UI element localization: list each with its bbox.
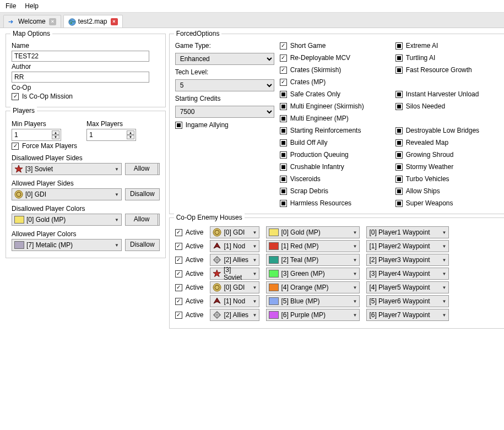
checkbox-icon [175,257,182,264]
faction-select[interactable]: [1] Nod▼ [210,240,259,252]
forced-option-checkbox[interactable]: Growing Shroud [395,151,500,159]
allowed-color-select[interactable]: [7] Metalic (MP) ▼ [12,239,122,251]
active-checkbox[interactable]: Active [175,256,204,264]
forced-option-checkbox[interactable]: Instant Harvester Unload [395,90,500,98]
forced-option-checkbox[interactable]: Super Weapons [395,199,500,207]
waypoint-select[interactable]: [5] Player6 Waypoint▼ [366,295,449,307]
faction-select[interactable]: [1] Nod▼ [210,295,259,307]
waypoint-select[interactable]: [3] Player4 Waypoint▼ [366,268,449,280]
faction-select[interactable]: [3] Soviet▼ [210,268,259,280]
forced-option-checkbox[interactable]: Visceroids [280,175,384,183]
menu-help[interactable]: Help [25,2,39,10]
forced-option-checkbox[interactable]: Re-Deployable MCV [280,54,384,62]
allow-button[interactable]: Allow [125,163,158,175]
waypoint-select[interactable]: [1] Player2 Waypoint▼ [366,240,449,252]
checkbox-icon [175,284,182,291]
color-select[interactable]: [0] Gold (MP)▼ [266,226,360,238]
chevron-down-icon: ▼ [353,271,358,276]
enemy-house-row: Active[1] Nod▼[5] Blue (MP)▼[5] Player6 … [175,295,500,307]
forced-option-checkbox[interactable]: Build Off Ally [280,139,384,146]
forced-option-checkbox[interactable]: Scrap Debris [280,187,384,195]
forced-option-checkbox[interactable]: Production Queuing [280,151,384,159]
forced-option-checkbox[interactable]: Harmless Resources [280,199,384,207]
checkbox-icon [280,188,287,195]
waypoint-select[interactable]: [0] Player1 Waypoint▼ [366,226,449,238]
active-checkbox[interactable]: Active [175,297,204,305]
group-forced-options: ForcedOptions Game Type: Enhanced Tech L… [169,34,504,214]
forced-option-checkbox[interactable]: Safe Crates Only [280,90,384,98]
disallow-button[interactable]: Disallow [125,188,160,200]
is-coop-checkbox[interactable]: Is Co-Op Mission [12,92,160,100]
disallowed-side-select[interactable]: [3] Soviet ▼ [12,163,122,175]
forced-option-checkbox[interactable]: Short Game [280,42,384,50]
active-checkbox[interactable]: Active [175,242,204,250]
gdi-icon [213,228,221,237]
forced-option-checkbox[interactable]: Multi Engineer (Skirmish) [280,102,384,110]
active-checkbox[interactable]: Active [175,228,204,236]
coop-label: Co-Op [12,84,160,91]
tab-welcome[interactable]: ➔ Welcome × [3,15,61,28]
color-select[interactable]: [4] Orange (MP)▼ [266,281,360,293]
close-icon[interactable]: × [49,18,56,25]
forced-option-checkbox[interactable]: Turbo Vehicles [395,175,500,183]
color-swatch [269,242,279,250]
waypoint-select[interactable]: [6] Player7 Waypoint▼ [366,309,449,321]
force-max-checkbox[interactable]: Force Max Players [12,142,160,150]
color-select[interactable]: [6] Purple (MP)▼ [266,309,360,321]
author-input[interactable] [12,72,149,83]
forced-option-checkbox[interactable]: Revealed Map [395,139,500,146]
ingame-allying-checkbox[interactable]: Ingame Allying [175,121,269,129]
forced-option-checkbox[interactable]: Stormy Weather [395,163,500,171]
checkbox-icon [175,243,182,250]
color-select[interactable]: [1] Red (MP)▼ [266,240,360,252]
spinner-buttons[interactable]: ▲▼ [127,130,134,139]
faction-select[interactable]: [2] Allies▼ [210,309,259,321]
tech-level-select[interactable]: 5 [175,79,274,91]
chevron-down-icon: ▼ [252,299,258,304]
forced-option-checkbox[interactable]: Fast Resource Growth [395,66,500,74]
allow-button[interactable]: Allow [125,214,158,226]
waypoint-select[interactable]: [4] Player5 Waypoint▼ [366,281,449,293]
forced-option-checkbox[interactable]: Silos Needed [395,102,500,110]
forced-option-checkbox[interactable]: Crushable Infantry [280,163,384,171]
forced-option-checkbox[interactable]: Turtling AI [395,54,500,62]
tab-map[interactable]: test2.map × [63,15,123,28]
disallow-button[interactable]: Disallow [125,239,160,251]
forced-option-checkbox[interactable]: Starting Reinforcements [280,127,384,134]
game-type-select[interactable]: Enhanced [175,53,274,65]
color-select[interactable]: [3] Green (MP)▼ [266,268,360,280]
chevron-down-icon: ▼ [442,230,447,235]
faction-select[interactable]: [0] GDI▼ [210,281,259,293]
waypoint-select[interactable]: [2] Player3 Waypoint▼ [366,254,449,266]
checkbox-icon [280,200,287,207]
checkbox-icon [395,164,403,171]
starting-credits-select[interactable]: 7500 [175,106,274,118]
group-legend: Players [10,107,37,115]
forced-option-checkbox[interactable]: Crates (MP) [280,78,384,86]
forced-option-checkbox[interactable]: Allow Ships [395,187,500,195]
forced-option-checkbox[interactable]: Destroyable Low Bridges [395,127,500,134]
faction-select[interactable]: [2] Allies▼ [210,254,259,266]
spinner-buttons[interactable]: ▲▼ [52,130,59,139]
color-select[interactable]: [2] Teal (MP)▼ [266,254,360,266]
faction-select[interactable]: [0] GDI▼ [210,226,259,238]
active-checkbox[interactable]: Active [175,270,204,277]
checkbox-icon [12,93,19,100]
forced-option-checkbox[interactable]: Crates (Skirmish) [280,66,384,74]
disallowed-color-select[interactable]: [0] Gold (MP) ▼ [12,214,122,226]
forced-option-checkbox[interactable]: Multi Engineer (MP) [280,115,384,122]
soviet-icon [14,165,23,173]
color-select[interactable]: [5] Blue (MP)▼ [266,295,360,307]
enemy-house-row: Active[2] Allies▼[2] Teal (MP)▼[2] Playe… [175,254,500,266]
active-checkbox[interactable]: Active [175,284,204,291]
menu-file[interactable]: File [6,2,16,10]
checkbox-icon [395,55,403,62]
allowed-side-select[interactable]: [0] GDI ▼ [12,188,122,200]
forced-option-checkbox[interactable]: Extreme AI [395,42,500,50]
close-icon[interactable]: × [111,18,118,25]
active-checkbox[interactable]: Active [175,311,204,319]
checkbox-icon [280,139,287,146]
name-input[interactable] [12,51,149,62]
min-players-spinner[interactable]: 1 ▲▼ [12,129,61,141]
max-players-spinner[interactable]: 1 ▲▼ [86,129,136,141]
